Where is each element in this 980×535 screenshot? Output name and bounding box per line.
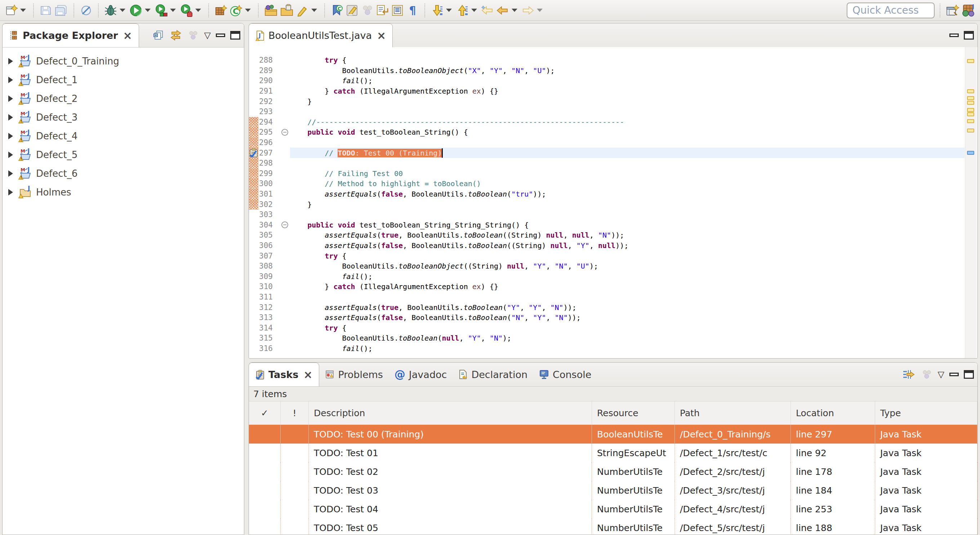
code-text[interactable]: } catch (IllegalArgumentException ex) {} xyxy=(290,86,964,97)
back-dropdown-icon[interactable] xyxy=(512,9,517,12)
overview-info-marker[interactable] xyxy=(967,151,974,155)
annotation-ruler[interactable] xyxy=(249,333,258,343)
expand-arrow-icon[interactable] xyxy=(8,152,13,158)
code-text[interactable]: try { xyxy=(290,55,964,65)
annotation-ruler[interactable] xyxy=(249,65,258,76)
code-text[interactable]: try { xyxy=(290,251,964,261)
code-text[interactable]: BooleanUtils.toBooleanObject((String) nu… xyxy=(290,261,964,271)
annotation-ruler[interactable] xyxy=(249,230,258,240)
maximize-icon[interactable] xyxy=(964,31,974,40)
code-text[interactable]: fail(); xyxy=(290,76,964,86)
annotation-ruler[interactable] xyxy=(249,271,258,281)
close-icon[interactable]: × xyxy=(123,30,132,41)
code-text[interactable]: } xyxy=(290,199,964,210)
annotation-ruler[interactable] xyxy=(249,251,258,261)
code-text[interactable] xyxy=(290,138,964,148)
collapse-all-icon[interactable] xyxy=(153,30,165,41)
new-wizard-icon[interactable] xyxy=(4,3,18,18)
collapse-icon[interactable]: − xyxy=(282,129,288,136)
tree-item-Defect_0_Training[interactable]: M J ! Defect_0_Training xyxy=(3,52,244,71)
tree-item-Defect_3[interactable]: M J ! Defect_3 xyxy=(3,108,244,127)
focus-on-active-task-icon[interactable] xyxy=(187,30,199,41)
expand-arrow-icon[interactable] xyxy=(8,58,13,64)
debug-icon[interactable] xyxy=(104,3,118,18)
code-text[interactable] xyxy=(290,292,964,302)
activate-task-pen-icon[interactable] xyxy=(296,3,309,18)
code-text[interactable]: // Method to highlight = toBoolean() xyxy=(290,179,964,189)
annotation-ruler[interactable] xyxy=(249,313,258,323)
focus-on-active-task-icon[interactable] xyxy=(921,369,933,380)
collapse-icon[interactable]: − xyxy=(282,221,288,228)
annotation-ruler[interactable] xyxy=(249,138,258,148)
code-text[interactable]: assertEquals(true, BooleanUtils.toBoolea… xyxy=(290,302,964,313)
overview-task-marker[interactable] xyxy=(967,108,974,112)
package-explorer-tab[interactable]: Package Explorer × xyxy=(2,24,139,47)
task-repository-icon[interactable]: C xyxy=(330,3,344,18)
code-editor[interactable]: 288 try {289 BooleanUtils.toBooleanObjec… xyxy=(249,47,977,358)
profile-dropdown-icon[interactable] xyxy=(195,9,201,12)
maximize-icon[interactable] xyxy=(964,370,974,379)
annotation-ruler[interactable] xyxy=(249,55,258,65)
code-text[interactable]: } catch (IllegalArgumentException ex) {} xyxy=(290,281,964,292)
tree-item-Defect_4[interactable]: M J ! Defect_4 xyxy=(3,127,244,146)
overview-task-marker[interactable] xyxy=(967,119,974,123)
view-menu-icon[interactable]: ▽ xyxy=(204,31,211,40)
annotation-ruler[interactable] xyxy=(249,106,258,117)
code-text[interactable]: assertEquals(false, BooleanUtils.toBoole… xyxy=(290,189,964,200)
column-header-description[interactable]: Description xyxy=(309,402,592,424)
annotation-ruler[interactable] xyxy=(249,220,258,230)
overview-task-marker[interactable] xyxy=(967,89,974,93)
code-text[interactable]: // TODO: Test 00 (Training) xyxy=(290,148,964,158)
save-all-icon[interactable] xyxy=(54,3,68,18)
filter-icon[interactable] xyxy=(902,369,915,380)
tab-declaration[interactable]: Declaration xyxy=(453,362,533,386)
annotation-ruler[interactable] xyxy=(249,76,258,86)
code-text[interactable]: BooleanUtils.toBooleanObject("X", "Y", "… xyxy=(290,65,964,76)
run-dropdown-icon[interactable] xyxy=(145,9,151,12)
tree-item-Holmes[interactable]: J Holmes xyxy=(3,183,244,202)
overview-task-marker[interactable] xyxy=(967,96,974,100)
column-header-priority[interactable]: ! xyxy=(281,402,309,424)
code-text[interactable]: public void test_toBoolean_String_String… xyxy=(290,220,964,230)
checkout-task-folder-icon[interactable] xyxy=(264,3,278,18)
annotation-ruler[interactable] xyxy=(249,281,258,292)
maximize-icon[interactable] xyxy=(230,31,240,40)
tree-item-Defect_1[interactable]: M J ! Defect_1 xyxy=(3,71,244,89)
code-text[interactable]: fail(); xyxy=(290,343,964,354)
annotation-ruler[interactable] xyxy=(249,127,258,138)
tab-console[interactable]: Console xyxy=(533,362,597,386)
quick-access-input[interactable] xyxy=(847,3,935,18)
last-edit-location-icon[interactable] xyxy=(480,3,494,18)
task-row-1[interactable]: TODO: Test 01StringEscapeUt/Defect_1/src… xyxy=(249,444,977,462)
annotation-ruler[interactable] xyxy=(249,179,258,189)
new-java-class-icon[interactable]: C xyxy=(229,3,243,18)
annotation-ruler[interactable] xyxy=(249,86,258,97)
annotation-ruler[interactable] xyxy=(249,148,258,158)
next-annotation-dropdown-icon[interactable] xyxy=(446,9,452,12)
column-header-path[interactable]: Path xyxy=(675,402,791,424)
task-row-2[interactable]: TODO: Test 02NumberUtilsTe/Defect_2/src/… xyxy=(249,462,977,481)
minimize-icon[interactable] xyxy=(950,33,959,37)
forward-dropdown-icon[interactable] xyxy=(537,9,542,12)
code-text[interactable]: public void test_toBoolean_String() { xyxy=(290,127,964,138)
code-text[interactable]: try { xyxy=(290,322,964,333)
code-text[interactable] xyxy=(290,158,964,168)
annotation-ruler[interactable] xyxy=(249,189,258,200)
expand-arrow-icon[interactable] xyxy=(8,95,13,102)
code-text[interactable]: assertEquals(false, BooleanUtils.toBoole… xyxy=(290,313,964,323)
expand-arrow-icon[interactable] xyxy=(8,133,13,139)
task-row-3[interactable]: TODO: Test 03NumberUtilsTe/Defect_3/src/… xyxy=(249,481,977,500)
annotation-ruler[interactable] xyxy=(249,302,258,313)
code-text[interactable]: assertEquals(true, BooleanUtils.toBoolea… xyxy=(290,230,964,240)
task-row-5[interactable]: TODO: Test 05NumberUtilsTe/Defect_5/src/… xyxy=(249,518,977,535)
profile-icon[interactable] xyxy=(180,3,193,18)
overview-task-marker[interactable] xyxy=(967,101,974,105)
debug-dropdown-icon[interactable] xyxy=(119,9,126,12)
tree-item-Defect_2[interactable]: M J ! Defect_2 xyxy=(3,89,244,108)
previous-annotation-dropdown-icon[interactable] xyxy=(471,9,477,12)
back-icon[interactable] xyxy=(496,3,509,18)
team-context-icon[interactable] xyxy=(360,3,374,18)
annotation-ruler[interactable] xyxy=(249,210,258,220)
new-class-dropdown-icon[interactable] xyxy=(245,9,251,12)
java-perspective-icon[interactable]: J xyxy=(961,3,976,18)
